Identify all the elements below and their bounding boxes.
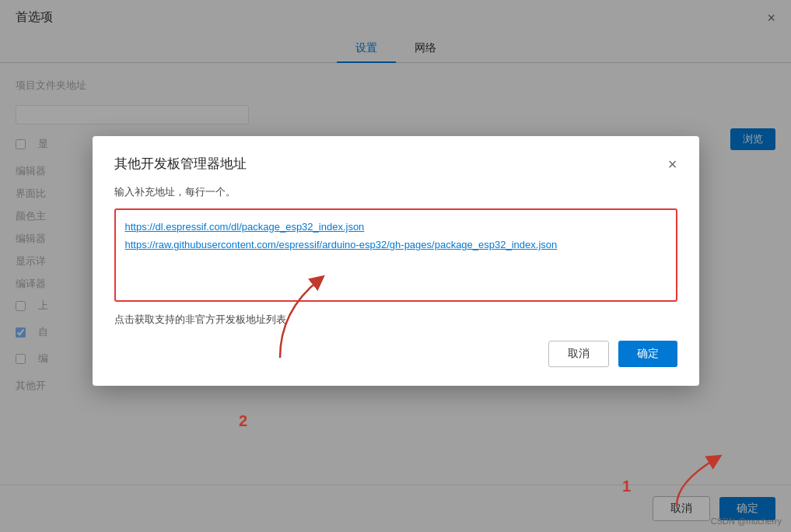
dialog-header: 其他开发板管理器地址 × [114,155,677,173]
board-manager-dialog: 其他开发板管理器地址 × 输入补充地址，每行一个。 https://dl.esp… [93,136,699,386]
extra-input-space [125,254,667,285]
annotation-label-2: 2 [239,412,247,430]
url-input-area[interactable]: https://dl.espressif.com/dl/package_esp3… [114,208,677,302]
dialog-action-buttons: 取消 确定 [114,341,677,367]
dialog-subtitle: 输入补充地址，每行一个。 [114,185,677,199]
arrow-1-svg [614,443,739,521]
url-link-2[interactable]: https://raw.githubusercontent.com/espres… [125,236,667,254]
footer-link-text: 点击获取支持的非官方开发板地址列表 [114,313,677,327]
dialog-ok-button[interactable]: 确定 [618,341,677,367]
dialog-close-button[interactable]: × [668,156,677,172]
dialog-cancel-button[interactable]: 取消 [548,341,609,367]
annotation-label-1: 1 [622,478,631,495]
url-link-1[interactable]: https://dl.espressif.com/dl/package_esp3… [125,218,667,236]
dialog-title: 其他开发板管理器地址 [114,155,247,173]
arrow-2-svg [218,264,342,366]
